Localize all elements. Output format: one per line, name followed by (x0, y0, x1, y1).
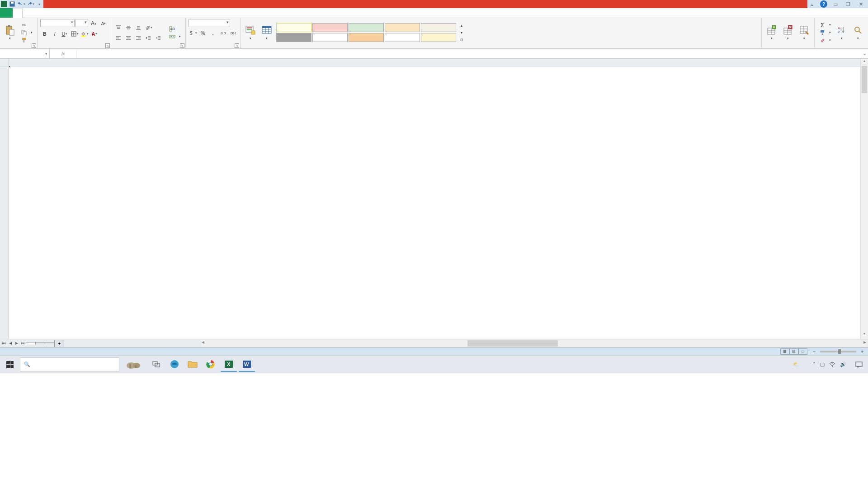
sheet-nav-prev[interactable]: ◀ (7, 340, 14, 347)
taskbar-search[interactable]: 🔍 (20, 357, 119, 372)
style-good[interactable] (349, 23, 384, 32)
alignment-launcher[interactable]: ↘ (180, 43, 184, 48)
tray-volume-icon[interactable]: 🔊 (840, 361, 846, 367)
sort-filter-button[interactable]: AZ ▾ (835, 24, 849, 41)
grow-font-button[interactable]: A▴ (89, 19, 98, 28)
qat-customize[interactable]: ▾ (35, 0, 43, 8)
autosum-button[interactable]: Σ▾ (817, 21, 833, 28)
align-middle-button[interactable] (124, 23, 133, 32)
taskbar-widget[interactable] (121, 357, 146, 372)
orientation-button[interactable]: ab (144, 23, 153, 32)
format-painter-button[interactable] (19, 37, 34, 44)
number-launcher[interactable]: ↘ (235, 43, 239, 48)
insert-cells-button[interactable]: ▾ (764, 24, 779, 41)
weather-icon[interactable]: ⛅ (793, 361, 799, 367)
undo-button[interactable] (17, 0, 25, 8)
comma-button[interactable]: , (208, 28, 217, 38)
sheet-tab-3[interactable] (45, 342, 55, 344)
sheet-nav-last[interactable]: ⏭ (20, 340, 26, 347)
help-icon[interactable]: ? (820, 0, 827, 8)
tab-review[interactable] (59, 8, 68, 18)
taskbar-explorer[interactable] (184, 357, 201, 372)
styles-scroll-down[interactable]: ▾ (458, 29, 465, 36)
select-all-corner[interactable] (0, 59, 9, 66)
zoom-out-button[interactable]: − (811, 348, 817, 355)
merge-center-button[interactable]: ▾ (167, 33, 183, 40)
tab-data[interactable] (50, 8, 59, 18)
tab-insert[interactable] (23, 8, 32, 18)
minimize-ribbon-icon[interactable]: ▵ (807, 1, 816, 7)
cut-button[interactable]: ✂ (19, 21, 34, 28)
align-left-button[interactable] (114, 33, 123, 42)
delete-cells-button[interactable]: ▾ (781, 24, 795, 41)
styles-more[interactable]: ⊟ (458, 37, 465, 43)
taskbar-word[interactable]: W (239, 357, 255, 372)
taskbar-chrome[interactable] (203, 357, 219, 372)
style-check-cell[interactable] (276, 33, 311, 42)
borders-button[interactable] (70, 29, 79, 38)
view-page-layout-button[interactable]: ▤ (789, 348, 798, 355)
font-launcher[interactable]: ↘ (105, 43, 110, 48)
tray-chevron-up-icon[interactable]: ˄ (813, 361, 816, 367)
paste-button[interactable]: ▾ (3, 24, 17, 41)
redo-button[interactable] (26, 0, 34, 8)
font-color-button[interactable]: A (90, 29, 99, 38)
taskbar-excel[interactable]: X (221, 357, 237, 372)
sheet-nav-next[interactable]: ▶ (14, 340, 20, 347)
clipboard-launcher[interactable]: ↘ (32, 43, 36, 48)
number-format-combo[interactable] (189, 19, 230, 27)
sheet-tab-1[interactable] (26, 342, 36, 344)
sheet-nav-first[interactable]: ⏮ (1, 340, 7, 347)
align-top-button[interactable] (114, 23, 123, 32)
restore-window-icon[interactable]: ❐ (844, 1, 853, 7)
clear-button[interactable]: ▾ (817, 37, 833, 44)
increase-decimal-button[interactable]: .0.00 (218, 28, 227, 38)
align-center-button[interactable] (124, 33, 133, 42)
formula-input[interactable] (77, 49, 861, 58)
conditional-formatting-button[interactable]: ▾ (243, 24, 258, 41)
save-icon[interactable] (8, 0, 16, 8)
style-note[interactable] (421, 33, 456, 42)
copy-button[interactable]: ▾ (19, 29, 34, 36)
worksheet-grid[interactable]: ▴ ▾ (0, 59, 868, 339)
zoom-in-button[interactable]: + (859, 348, 865, 355)
style-neutral[interactable] (385, 23, 420, 32)
font-name-combo[interactable] (40, 19, 75, 27)
formula-expand[interactable]: ⌄ (861, 49, 868, 58)
tab-view[interactable] (68, 8, 77, 18)
close-window-icon[interactable]: ✕ (856, 1, 865, 7)
task-view-button[interactable] (148, 357, 165, 372)
zoom-slider[interactable] (820, 351, 856, 352)
tab-file[interactable] (0, 8, 13, 18)
style-calculation[interactable] (421, 23, 456, 32)
start-button[interactable] (2, 357, 18, 372)
bold-button[interactable]: B (40, 29, 49, 38)
tab-page-layout[interactable] (32, 8, 41, 18)
vscroll-thumb[interactable] (862, 66, 867, 93)
tray-wifi-icon[interactable] (829, 362, 835, 367)
style-bad[interactable] (312, 23, 348, 32)
underline-button[interactable]: U (60, 29, 69, 38)
accounting-format-button[interactable]: $ (189, 28, 198, 38)
view-normal-button[interactable]: ▦ (780, 348, 789, 355)
minimize-window-icon[interactable]: ▭ (831, 1, 840, 7)
style-explanatory[interactable] (312, 33, 348, 42)
tray-notifications-icon[interactable] (855, 361, 863, 368)
horizontal-scrollbar[interactable]: ◀ ▶ (202, 340, 866, 347)
cell-area[interactable] (9, 66, 860, 339)
row-headers[interactable] (0, 59, 9, 339)
align-right-button[interactable] (134, 33, 143, 42)
font-size-combo[interactable] (75, 19, 88, 27)
name-box[interactable] (0, 49, 50, 58)
tab-formulas[interactable] (41, 8, 50, 18)
hscroll-thumb[interactable] (467, 340, 558, 347)
italic-button[interactable]: I (50, 29, 59, 38)
shrink-font-button[interactable]: A▾ (99, 19, 108, 28)
styles-scroll-up[interactable]: ▴ (458, 22, 465, 28)
format-cells-button[interactable]: ▾ (797, 24, 811, 41)
decrease-indent-button[interactable] (144, 33, 153, 42)
style-normal[interactable] (276, 23, 311, 32)
tab-home[interactable] (13, 9, 23, 18)
tray-meet-now-icon[interactable]: ▢ (820, 361, 825, 367)
increase-indent-button[interactable] (154, 33, 163, 42)
